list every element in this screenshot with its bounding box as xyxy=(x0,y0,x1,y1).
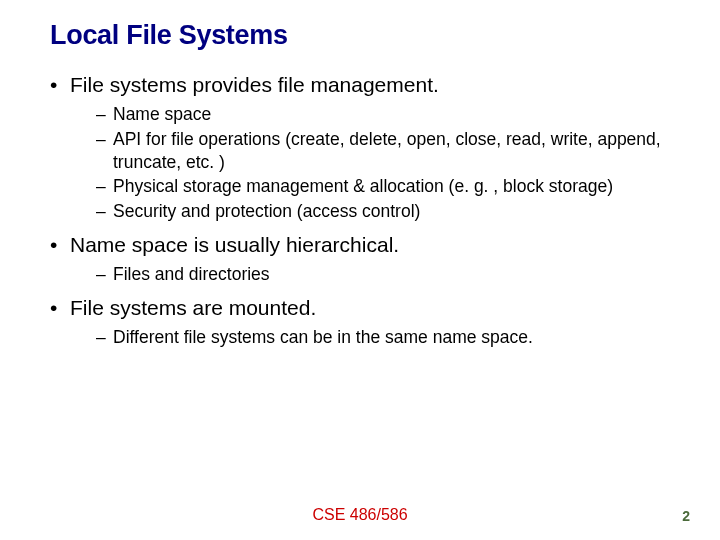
bullet-icon: • xyxy=(50,73,60,97)
footer-text: CSE 486/586 xyxy=(0,506,720,524)
bullet-text: Name space is usually hierarchical. xyxy=(70,233,399,257)
sub-item: – Different file systems can be in the s… xyxy=(96,326,670,349)
dash-icon: – xyxy=(96,263,106,286)
bullet-text: File systems provides file management. xyxy=(70,73,439,97)
sub-text: Security and protection (access control) xyxy=(113,200,420,223)
sub-text: Name space xyxy=(113,103,211,126)
bullet-item: • Name space is usually hierarchical. – … xyxy=(50,233,670,286)
bullet-icon: • xyxy=(50,296,60,320)
sub-text: Files and directories xyxy=(113,263,270,286)
dash-icon: – xyxy=(96,326,106,349)
sub-list: – Name space – API for file operations (… xyxy=(96,103,670,223)
slide-container: Local File Systems • File systems provid… xyxy=(0,0,720,540)
bullet-item: • File systems are mounted. – Different … xyxy=(50,296,670,349)
bullet-text: File systems are mounted. xyxy=(70,296,316,320)
dash-icon: – xyxy=(96,175,106,198)
dash-icon: – xyxy=(96,128,106,151)
sub-list: – Different file systems can be in the s… xyxy=(96,326,670,349)
sub-item: – Name space xyxy=(96,103,670,126)
sub-item: – API for file operations (create, delet… xyxy=(96,128,670,174)
sub-list: – Files and directories xyxy=(96,263,670,286)
bullet-list: • File systems provides file management.… xyxy=(50,73,670,348)
bullet-item: • File systems provides file management.… xyxy=(50,73,670,223)
sub-item: – Physical storage management & allocati… xyxy=(96,175,670,198)
dash-icon: – xyxy=(96,103,106,126)
sub-text: API for file operations (create, delete,… xyxy=(113,128,670,174)
sub-item: – Security and protection (access contro… xyxy=(96,200,670,223)
page-number: 2 xyxy=(682,508,690,524)
slide-title: Local File Systems xyxy=(50,20,670,51)
bullet-icon: • xyxy=(50,233,60,257)
dash-icon: – xyxy=(96,200,106,223)
sub-text: Physical storage management & allocation… xyxy=(113,175,613,198)
sub-text: Different file systems can be in the sam… xyxy=(113,326,533,349)
sub-item: – Files and directories xyxy=(96,263,670,286)
